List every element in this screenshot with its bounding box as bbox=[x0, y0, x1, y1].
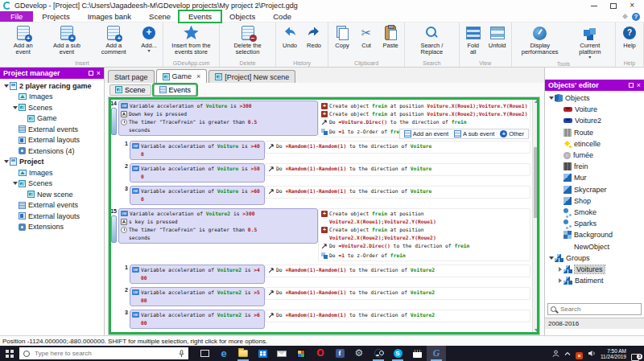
tab-game[interactable]: Game× bbox=[156, 69, 208, 83]
add-an-event-button[interactable]: Add an event bbox=[404, 130, 448, 137]
tree-item-skycraper[interactable]: Skycraper bbox=[545, 184, 644, 195]
help-button[interactable]: Help bbox=[617, 23, 642, 49]
panel-close-icon[interactable]: × bbox=[97, 70, 101, 76]
expander-icon[interactable] bbox=[547, 256, 555, 260]
conditions-box[interactable]: Variable acceleration of Voiture is >300… bbox=[118, 101, 318, 136]
conditions-box[interactable]: Variable acceleration of Voiture is >400 bbox=[130, 141, 265, 160]
add-button[interactable]: Add...▾ bbox=[137, 23, 161, 53]
menu-item-code[interactable]: Code bbox=[264, 11, 300, 22]
tree-item-newobject[interactable]: NewObject bbox=[545, 240, 644, 252]
tree-item-images[interactable]: Images bbox=[0, 92, 104, 103]
cut-button[interactable]: Cut bbox=[354, 23, 378, 49]
action-line[interactable]: Do +Random(1)-Random(1) to the direction… bbox=[268, 289, 530, 298]
event-row[interactable]: 3Variable acceleration of Voiture2 is >6… bbox=[109, 310, 530, 329]
insert-from-the-events-store-button[interactable]: Insert from the events store bbox=[165, 23, 217, 55]
menu-item-file[interactable]: File bbox=[0, 11, 33, 22]
event-handle[interactable] bbox=[111, 215, 117, 243]
condition-line[interactable]: Variable acceleration of Voiture is >600 bbox=[132, 187, 262, 203]
paste-button[interactable]: Paste bbox=[378, 23, 402, 49]
taskbar-mail[interactable] bbox=[272, 346, 291, 361]
tree-item-new-scene[interactable]: New scene bbox=[0, 189, 104, 200]
taskbar-gdevelop[interactable] bbox=[427, 346, 446, 361]
action-line[interactable]: Do +Random(1)-Random(1) to the direction… bbox=[268, 142, 530, 152]
tab-start-page[interactable]: Start page bbox=[108, 70, 155, 83]
tree-item-external-layouts[interactable]: External layouts bbox=[0, 135, 104, 146]
minimize-icon[interactable] bbox=[591, 6, 597, 6]
event-row[interactable]: 15Variable acceleration of Voiture2 is >… bbox=[109, 208, 530, 261]
taskbar-search-input[interactable] bbox=[33, 349, 175, 358]
tree-item-groups[interactable]: Groups bbox=[545, 252, 644, 264]
event-row[interactable]: 1Variable acceleration of Voiture2 is >4… bbox=[109, 265, 530, 284]
expander-icon[interactable] bbox=[2, 160, 10, 163]
action-line[interactable]: Do +Random(1)-Random(1) to the direction… bbox=[268, 165, 530, 174]
search-replace-button[interactable]: Search / Replace bbox=[407, 23, 457, 55]
taskbar-movies[interactable] bbox=[407, 346, 427, 361]
taskbar-clock[interactable]: 7:50 AM11/24/2019 bbox=[601, 348, 626, 359]
conditions-box[interactable]: Variable acceleration of Voiture2 is >50… bbox=[130, 287, 265, 306]
taskbar-file-explorer[interactable] bbox=[233, 346, 253, 361]
subtab-events[interactable]: Events bbox=[154, 84, 197, 96]
panel-detach-icon[interactable] bbox=[629, 83, 634, 88]
event-sheet-scrollbar[interactable] bbox=[532, 97, 539, 334]
tree-item-2-player-racing-game[interactable]: 2 player racing game bbox=[0, 80, 104, 92]
taskbar-photos[interactable] bbox=[291, 346, 311, 361]
notifications-button[interactable]: 3 bbox=[631, 350, 640, 358]
condition-line[interactable]: The timer "TraceFrein" is greater than 0… bbox=[121, 226, 316, 242]
tree-item-game[interactable]: Game bbox=[0, 113, 104, 125]
copy-button[interactable]: Copy bbox=[330, 23, 354, 49]
condition-line[interactable]: Variable acceleration of Voiture2 is >50… bbox=[132, 289, 262, 305]
taskbar-edge[interactable] bbox=[214, 346, 233, 361]
tree-item-shop[interactable]: Shop bbox=[545, 195, 644, 207]
taskbar-opera[interactable] bbox=[311, 346, 330, 361]
comment-row[interactable]: 16Flying start bbox=[109, 332, 530, 335]
taskbar-task-view[interactable] bbox=[195, 346, 214, 361]
tree-item-scenes[interactable]: Scenes bbox=[0, 102, 104, 113]
condition-line[interactable]: Variable acceleration of Voiture2 is >40… bbox=[132, 266, 262, 282]
condition-line[interactable]: Variable acceleration of Voiture2 is >30… bbox=[121, 210, 316, 218]
event-row[interactable]: 2Variable acceleration of Voiture is >50… bbox=[109, 163, 530, 183]
tree-item-scenes[interactable]: Scenes bbox=[0, 178, 104, 190]
menu-item-events[interactable]: Events bbox=[180, 11, 221, 22]
taskbar-search-box[interactable] bbox=[19, 347, 188, 359]
taskbar-store[interactable] bbox=[253, 346, 272, 361]
menu-item-projects[interactable]: Projects bbox=[33, 11, 78, 22]
action-line[interactable]: Create object frein at position Voiture.… bbox=[321, 110, 530, 118]
microphone-icon[interactable] bbox=[179, 347, 184, 361]
actions-box[interactable]: Do +Random(1)-Random(1) to the direction… bbox=[265, 265, 530, 277]
condition-line[interactable]: s key is pressed bbox=[121, 218, 316, 226]
actions-box[interactable]: Do +Random(1)-Random(1) to the direction… bbox=[265, 287, 530, 300]
current-platform-button[interactable]: Current platform▾ bbox=[567, 23, 613, 59]
expander-icon[interactable] bbox=[2, 84, 10, 88]
taskbar-facebook[interactable] bbox=[330, 346, 349, 361]
tree-item-images[interactable]: Images bbox=[0, 167, 104, 178]
tray-volume-icon[interactable] bbox=[588, 350, 596, 357]
action-line[interactable]: Do +Random(1)-Random(1) to the direction… bbox=[268, 311, 530, 321]
tree-item-external-events[interactable]: External events bbox=[0, 124, 104, 135]
tree-item-etincelle[interactable]: etincelle bbox=[545, 138, 644, 150]
tab-project-new-scene[interactable]: [Project] New scene bbox=[208, 70, 295, 83]
expander-icon[interactable] bbox=[547, 96, 555, 100]
conditions-box[interactable]: Variable acceleration of Voiture is >500 bbox=[130, 163, 265, 183]
menu-item-images-bank[interactable]: Images bank bbox=[79, 11, 140, 22]
subtab-scene[interactable]: Scene bbox=[109, 84, 151, 96]
add-an-event-button[interactable]: Add an event bbox=[3, 23, 43, 55]
event-sheet[interactable]: 14Variable acceleration of Voiture is >3… bbox=[108, 96, 540, 335]
other-button[interactable]: Other bbox=[500, 130, 524, 137]
taskbar-settings[interactable] bbox=[349, 346, 369, 361]
objects-search-box[interactable] bbox=[547, 303, 642, 315]
tree-item-voiture[interactable]: Voiture bbox=[545, 104, 644, 115]
actions-box[interactable]: Create object frein at position Voiture2… bbox=[318, 208, 530, 261]
add-a-comment-button[interactable]: Add a comment bbox=[91, 23, 138, 55]
tree-item-frein[interactable]: frein bbox=[545, 161, 644, 172]
action-line[interactable]: Do =Voiture2.Direc() to the direction of… bbox=[321, 242, 530, 252]
tree-item-background[interactable]: Background bbox=[545, 229, 644, 240]
actions-box[interactable]: Do +Random(1)-Random(1) to the direction… bbox=[265, 141, 530, 154]
condition-line[interactable]: Variable acceleration of Voiture is >500 bbox=[132, 165, 262, 181]
tree-item-sparks[interactable]: Sparks bbox=[545, 218, 644, 229]
tree-item-smoke[interactable]: Smoke bbox=[545, 207, 644, 218]
actions-box[interactable]: Do +Random(1)-Random(1) to the direction… bbox=[265, 163, 530, 176]
event-row[interactable]: 14Variable acceleration of Voiture is >3… bbox=[109, 101, 530, 137]
expander-icon[interactable] bbox=[11, 182, 19, 185]
close-icon[interactable]: × bbox=[630, 2, 634, 10]
scroll-down-icon[interactable] bbox=[535, 329, 539, 332]
